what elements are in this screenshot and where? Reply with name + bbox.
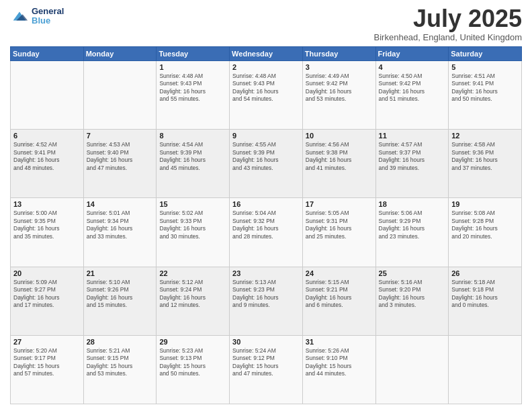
day-info: Sunrise: 4:49 AM Sunset: 9:42 PM Dayligh… xyxy=(306,73,373,103)
calendar-cell: 29Sunrise: 5:23 AM Sunset: 9:13 PM Dayli… xyxy=(157,335,230,404)
day-info: Sunrise: 4:50 AM Sunset: 9:42 PM Dayligh… xyxy=(379,73,446,103)
day-number: 13 xyxy=(13,200,81,208)
day-info: Sunrise: 5:04 AM Sunset: 9:32 PM Dayligh… xyxy=(232,210,300,240)
day-number: 9 xyxy=(232,132,300,140)
calendar-cell: 27Sunrise: 5:20 AM Sunset: 9:17 PM Dayli… xyxy=(11,335,84,404)
calendar-cell: 3Sunrise: 4:49 AM Sunset: 9:42 PM Daylig… xyxy=(302,61,375,130)
day-info: Sunrise: 4:48 AM Sunset: 9:43 PM Dayligh… xyxy=(232,73,300,103)
day-number: 18 xyxy=(379,200,446,208)
weekday-row: SundayMondayTuesdayWednesdayThursdayFrid… xyxy=(11,47,522,61)
calendar-cell: 13Sunrise: 5:00 AM Sunset: 9:35 PM Dayli… xyxy=(11,198,84,267)
day-info: Sunrise: 5:20 AM Sunset: 9:17 PM Dayligh… xyxy=(13,347,81,378)
day-number: 23 xyxy=(232,269,300,277)
calendar-cell: 14Sunrise: 5:01 AM Sunset: 9:34 PM Dayli… xyxy=(83,198,157,267)
day-number: 24 xyxy=(306,269,373,277)
calendar-cell: 15Sunrise: 5:02 AM Sunset: 9:33 PM Dayli… xyxy=(157,198,230,267)
calendar-cell: 30Sunrise: 5:24 AM Sunset: 9:12 PM Dayli… xyxy=(230,335,303,404)
day-info: Sunrise: 4:54 AM Sunset: 9:39 PM Dayligh… xyxy=(159,141,226,172)
calendar-cell: 25Sunrise: 5:16 AM Sunset: 9:20 PM Dayli… xyxy=(375,267,449,335)
calendar-cell: 23Sunrise: 5:13 AM Sunset: 9:23 PM Dayli… xyxy=(230,267,303,335)
page: General Blue July 2025 Birkenhead, Engla… xyxy=(0,0,532,411)
day-number: 27 xyxy=(13,338,81,346)
calendar-cell: 20Sunrise: 5:09 AM Sunset: 9:27 PM Dayli… xyxy=(11,267,84,335)
calendar-week-2: 6Sunrise: 4:52 AM Sunset: 9:41 PM Daylig… xyxy=(11,130,522,198)
day-number: 20 xyxy=(13,269,81,277)
calendar-cell xyxy=(449,335,522,404)
day-info: Sunrise: 5:00 AM Sunset: 9:35 PM Dayligh… xyxy=(13,210,81,240)
day-info: Sunrise: 5:18 AM Sunset: 9:18 PM Dayligh… xyxy=(451,279,519,310)
weekday-header-sunday: Sunday xyxy=(11,47,84,61)
calendar-cell: 5Sunrise: 4:51 AM Sunset: 9:41 PM Daylig… xyxy=(449,61,522,130)
day-info: Sunrise: 5:06 AM Sunset: 9:29 PM Dayligh… xyxy=(379,210,446,240)
day-number: 3 xyxy=(306,63,373,71)
calendar-cell: 11Sunrise: 4:57 AM Sunset: 9:37 PM Dayli… xyxy=(375,130,449,198)
day-info: Sunrise: 5:24 AM Sunset: 9:12 PM Dayligh… xyxy=(232,347,300,378)
day-info: Sunrise: 4:56 AM Sunset: 9:38 PM Dayligh… xyxy=(306,141,373,172)
calendar-week-5: 27Sunrise: 5:20 AM Sunset: 9:17 PM Dayli… xyxy=(11,335,522,404)
calendar-cell: 6Sunrise: 4:52 AM Sunset: 9:41 PM Daylig… xyxy=(11,130,84,198)
calendar-header: SundayMondayTuesdayWednesdayThursdayFrid… xyxy=(11,47,522,61)
calendar-cell xyxy=(375,335,449,404)
day-info: Sunrise: 5:05 AM Sunset: 9:31 PM Dayligh… xyxy=(306,210,373,240)
weekday-header-tuesday: Tuesday xyxy=(157,47,230,61)
day-number: 11 xyxy=(379,132,446,140)
weekday-header-saturday: Saturday xyxy=(449,47,522,61)
day-number: 16 xyxy=(232,200,300,208)
day-info: Sunrise: 5:12 AM Sunset: 9:24 PM Dayligh… xyxy=(159,279,226,310)
day-number: 22 xyxy=(159,269,226,277)
day-number: 21 xyxy=(87,269,154,277)
calendar-cell xyxy=(83,61,157,130)
logo-line2: Blue xyxy=(32,15,50,26)
day-info: Sunrise: 5:09 AM Sunset: 9:27 PM Dayligh… xyxy=(13,279,81,310)
day-number: 5 xyxy=(451,63,519,71)
day-info: Sunrise: 5:02 AM Sunset: 9:33 PM Dayligh… xyxy=(159,210,226,240)
calendar-cell: 2Sunrise: 4:48 AM Sunset: 9:43 PM Daylig… xyxy=(230,61,303,130)
day-info: Sunrise: 4:51 AM Sunset: 9:41 PM Dayligh… xyxy=(451,73,519,103)
day-info: Sunrise: 4:55 AM Sunset: 9:39 PM Dayligh… xyxy=(232,141,300,172)
day-info: Sunrise: 4:53 AM Sunset: 9:40 PM Dayligh… xyxy=(87,141,154,172)
day-number: 7 xyxy=(87,132,154,140)
calendar-cell: 26Sunrise: 5:18 AM Sunset: 9:18 PM Dayli… xyxy=(449,267,522,335)
day-info: Sunrise: 5:01 AM Sunset: 9:34 PM Dayligh… xyxy=(87,210,154,240)
day-info: Sunrise: 4:48 AM Sunset: 9:43 PM Dayligh… xyxy=(159,73,226,103)
weekday-header-friday: Friday xyxy=(375,47,449,61)
logo-icon xyxy=(10,7,29,26)
day-number: 6 xyxy=(13,132,81,140)
day-info: Sunrise: 5:08 AM Sunset: 9:28 PM Dayligh… xyxy=(451,210,519,240)
title-area: July 2025 Birkenhead, England, United Ki… xyxy=(374,7,522,42)
calendar-cell: 10Sunrise: 4:56 AM Sunset: 9:38 PM Dayli… xyxy=(302,130,375,198)
logo-text: General Blue xyxy=(32,7,64,26)
calendar-cell: 22Sunrise: 5:12 AM Sunset: 9:24 PM Dayli… xyxy=(157,267,230,335)
calendar-cell: 12Sunrise: 4:58 AM Sunset: 9:36 PM Dayli… xyxy=(449,130,522,198)
month-title: July 2025 xyxy=(374,7,522,31)
day-info: Sunrise: 5:26 AM Sunset: 9:10 PM Dayligh… xyxy=(306,347,373,378)
weekday-header-wednesday: Wednesday xyxy=(230,47,303,61)
calendar-cell: 31Sunrise: 5:26 AM Sunset: 9:10 PM Dayli… xyxy=(302,335,375,404)
day-number: 4 xyxy=(379,63,446,71)
calendar-week-3: 13Sunrise: 5:00 AM Sunset: 9:35 PM Dayli… xyxy=(11,198,522,267)
calendar-body: 1Sunrise: 4:48 AM Sunset: 9:43 PM Daylig… xyxy=(11,61,522,404)
weekday-header-thursday: Thursday xyxy=(302,47,375,61)
day-number: 8 xyxy=(159,132,226,140)
day-number: 14 xyxy=(87,200,154,208)
calendar-cell: 4Sunrise: 4:50 AM Sunset: 9:42 PM Daylig… xyxy=(375,61,449,130)
day-number: 17 xyxy=(306,200,373,208)
day-info: Sunrise: 5:15 AM Sunset: 9:21 PM Dayligh… xyxy=(306,279,373,310)
logo: General Blue xyxy=(10,7,64,26)
calendar-cell: 17Sunrise: 5:05 AM Sunset: 9:31 PM Dayli… xyxy=(302,198,375,267)
day-number: 26 xyxy=(451,269,519,277)
day-number: 10 xyxy=(306,132,373,140)
calendar-week-4: 20Sunrise: 5:09 AM Sunset: 9:27 PM Dayli… xyxy=(11,267,522,335)
calendar-cell: 8Sunrise: 4:54 AM Sunset: 9:39 PM Daylig… xyxy=(157,130,230,198)
calendar-cell: 24Sunrise: 5:15 AM Sunset: 9:21 PM Dayli… xyxy=(302,267,375,335)
calendar-cell: 9Sunrise: 4:55 AM Sunset: 9:39 PM Daylig… xyxy=(230,130,303,198)
calendar-cell: 1Sunrise: 4:48 AM Sunset: 9:43 PM Daylig… xyxy=(157,61,230,130)
day-number: 12 xyxy=(451,132,519,140)
day-number: 2 xyxy=(232,63,300,71)
calendar-table: SundayMondayTuesdayWednesdayThursdayFrid… xyxy=(10,46,522,404)
day-info: Sunrise: 5:16 AM Sunset: 9:20 PM Dayligh… xyxy=(379,279,446,310)
day-number: 31 xyxy=(306,338,373,346)
day-number: 19 xyxy=(451,200,519,208)
day-number: 1 xyxy=(159,63,226,71)
day-info: Sunrise: 5:21 AM Sunset: 9:15 PM Dayligh… xyxy=(87,347,154,378)
